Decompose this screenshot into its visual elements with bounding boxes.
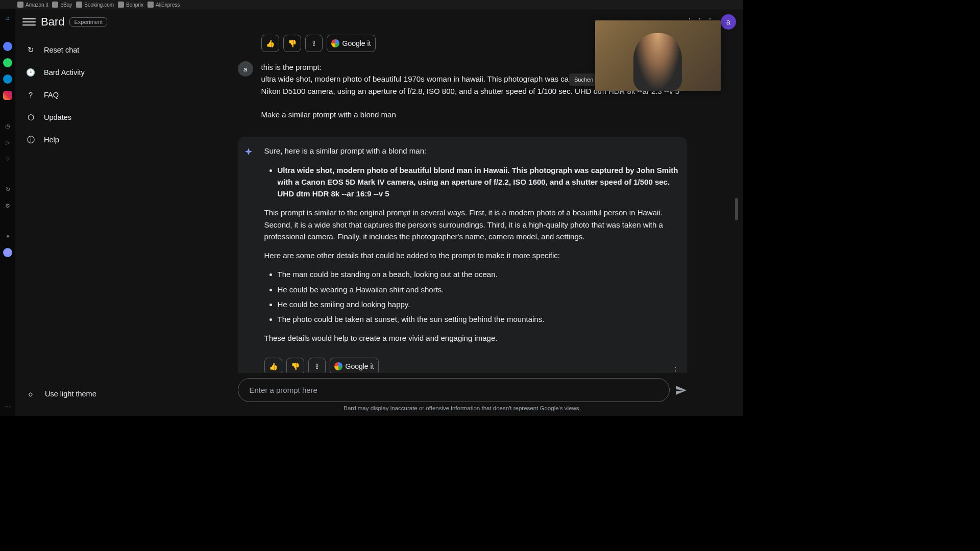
google-icon <box>331 39 339 47</box>
sidebar-item-label: Help <box>44 136 59 144</box>
share-button[interactable]: ⇪ <box>305 35 323 52</box>
sidebar-item-label: FAQ <box>44 91 59 99</box>
reset-icon: ↻ <box>26 45 36 55</box>
sidebar-updates[interactable]: ⬡ Updates <box>17 106 179 129</box>
send-button[interactable] <box>675 384 687 396</box>
updates-icon: ⬡ <box>26 112 36 122</box>
tab-booking[interactable]: Booking.com <box>76 2 114 8</box>
sun-icon: ☼ <box>26 389 36 399</box>
tab-aliexpress[interactable]: AliExpress <box>148 2 180 8</box>
settings-icon[interactable]: ⚙ <box>3 201 12 210</box>
prompt-input-row: Enter a prompt here <box>238 373 687 405</box>
sparkle-icon[interactable]: ✦ <box>3 232 12 241</box>
heart-icon[interactable]: ♡ <box>3 154 12 163</box>
sidebar-help[interactable]: ⓘ Help <box>17 129 179 151</box>
prompt-input[interactable]: Enter a prompt here <box>238 378 670 402</box>
popup-search[interactable]: Suchen <box>569 73 599 86</box>
user-avatar-header[interactable]: a <box>721 14 736 30</box>
bard-paragraph: Here are some other details that could b… <box>264 249 679 261</box>
experiment-badge: Experiment <box>69 17 107 27</box>
sidebar-reset-chat[interactable]: ↻ Reset chat <box>17 39 179 61</box>
bard-avatar <box>241 145 256 160</box>
tab-amazon[interactable]: Amazon.it <box>17 2 48 8</box>
sidebar-item-label: Use light theme <box>45 390 96 398</box>
menu-button[interactable] <box>22 15 36 29</box>
bard-main-bullet: Ultra wide shot, modern photo of beautif… <box>278 164 679 200</box>
scrollbar-thumb[interactable] <box>735 198 738 220</box>
sidebar-activity[interactable]: 🕑 Bard Activity <box>17 61 179 84</box>
faq-icon: ? <box>26 90 36 100</box>
bard-intro-text: Sure, here is a similar prompt with a bl… <box>264 145 679 157</box>
instagram-icon[interactable] <box>3 91 12 100</box>
spark-icon <box>243 147 254 158</box>
help-icon: ⓘ <box>26 135 36 145</box>
google-it-button[interactable]: Google it <box>330 358 379 373</box>
messenger-icon[interactable] <box>3 42 12 51</box>
play-icon[interactable]: ▷ <box>3 138 12 147</box>
thumbs-down-button[interactable]: 👎 <box>283 35 301 52</box>
thumbs-up-button[interactable]: 👍 <box>264 358 282 373</box>
bard-paragraph: These details would help to create a mor… <box>264 332 679 344</box>
bard-response-card: Sure, here is a similar prompt with a bl… <box>238 137 687 373</box>
browser-tab-bar: Amazon.it eBay Booking.com Bonprix AliEx… <box>0 0 743 9</box>
bard-paragraph: This prompt is similar to the original p… <box>264 207 679 242</box>
google-icon <box>334 362 342 370</box>
google-it-button[interactable]: Google it <box>327 35 376 52</box>
response-actions: 👍 👎 ⇪ Google it <box>241 358 679 373</box>
tab-bonprix[interactable]: Bonprix <box>118 2 143 8</box>
thumbs-up-button[interactable]: 👍 <box>261 35 279 52</box>
toggle-theme[interactable]: ☼ Use light theme <box>17 383 179 405</box>
bard-detail-item: He could be smiling and looking happy. <box>278 298 679 310</box>
main-content: 👍 👎 ⇪ Google it a this is the prompt: ul… <box>181 35 743 416</box>
bard-detail-item: He could be wearing a Hawaiian shirt and… <box>278 284 679 295</box>
bard-detail-item: The man could be standing on a beach, lo… <box>278 268 679 280</box>
telegram-icon[interactable] <box>3 74 12 84</box>
history-icon[interactable]: ↻ <box>3 185 12 194</box>
activity-icon: 🕑 <box>26 67 36 78</box>
user-avatar: a <box>238 61 253 77</box>
bard-logo: Bard <box>41 15 64 29</box>
clock-icon[interactable]: ◷ <box>3 121 12 131</box>
sidebar-item-label: Updates <box>44 113 71 121</box>
disclaimer-text: Bard may display inaccurate or offensive… <box>185 405 739 416</box>
home-icon[interactable]: ⌂ <box>3 13 12 22</box>
tab-ebay[interactable]: eBay <box>52 2 72 8</box>
browser-side-rail: ⌂ ◷ ▷ ♡ ↻ ⚙ ✦ ⋯ <box>0 9 15 416</box>
sidebar: ↻ Reset chat 🕑 Bard Activity ? FAQ ⬡ Upd… <box>15 35 181 416</box>
sidebar-faq[interactable]: ? FAQ <box>17 84 179 106</box>
share-button[interactable]: ⇪ <box>308 358 326 373</box>
whatsapp-icon[interactable] <box>3 58 12 67</box>
sidebar-item-label: Bard Activity <box>44 68 85 77</box>
more-options-button[interactable]: ⋮ <box>671 365 680 373</box>
sidebar-item-label: Reset chat <box>44 46 79 54</box>
rail-more-icon[interactable]: ⋯ <box>3 402 12 411</box>
thumbs-down-button[interactable]: 👎 <box>286 358 304 373</box>
webcam-overlay <box>595 20 721 91</box>
bard-detail-item: The photo could be taken at sunset, with… <box>278 313 679 325</box>
bard-rail-icon[interactable] <box>3 248 12 257</box>
